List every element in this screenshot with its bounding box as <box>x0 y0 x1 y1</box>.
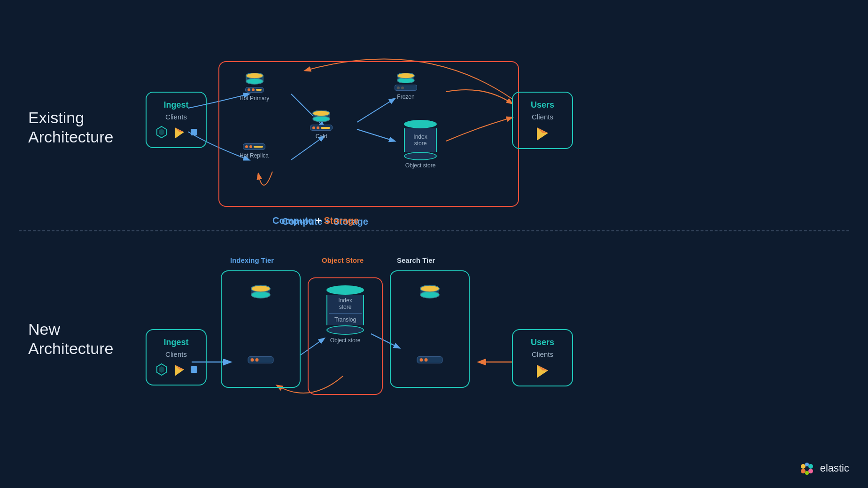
frozen-node: Frozen <box>395 73 417 100</box>
users-kibana-icon <box>535 126 550 141</box>
section-divider <box>19 230 849 231</box>
cold-node: Cold <box>310 110 333 140</box>
hot-primary-node: Hot Primary <box>240 73 269 102</box>
svg-rect-17 <box>191 366 197 373</box>
search-server-rack <box>417 356 443 363</box>
existing-users-icons <box>535 126 550 141</box>
existing-ingest-icons <box>155 126 197 139</box>
svg-point-21 <box>251 285 270 292</box>
new-index-store-cylinder: Indexstore Translog Object store <box>326 285 364 344</box>
kibana-icon <box>173 126 186 139</box>
existing-ingest-box: Ingest Clients <box>146 92 207 148</box>
svg-point-6 <box>246 73 263 79</box>
svg-point-5 <box>246 79 263 84</box>
cold-es-icon <box>312 110 331 124</box>
svg-point-30 <box>808 469 813 473</box>
svg-point-25 <box>420 285 439 292</box>
svg-point-29 <box>801 469 806 473</box>
svg-point-24 <box>420 291 439 298</box>
search-tier-label: Search Tier <box>397 256 435 264</box>
elastic-brand: elastic <box>798 460 849 477</box>
indexing-tier-label: Indexing Tier <box>230 256 274 264</box>
indexing-server-rack <box>248 356 274 363</box>
beats-icon <box>191 129 197 135</box>
compute-storage-styled: Compute + Storage <box>272 215 359 226</box>
logstash-icon <box>155 126 168 139</box>
hot-replica-node: Hot Replica <box>240 143 269 159</box>
svg-marker-16 <box>159 366 164 373</box>
new-beats-icon <box>191 366 197 373</box>
object-store-box: Indexstore Translog Object store <box>308 277 383 395</box>
svg-rect-2 <box>191 129 197 135</box>
svg-point-9 <box>313 116 330 122</box>
existing-index-store: Indexstore Object store <box>404 120 437 169</box>
object-store-tier-label: Object Store <box>322 256 364 264</box>
existing-arch-label: Existing Architecture <box>28 108 113 147</box>
new-ingest-icons <box>155 363 197 376</box>
es-node-icon <box>245 73 264 86</box>
elastic-logo <box>798 460 815 477</box>
new-users-icons <box>535 363 550 378</box>
new-users-box: Users Clients <box>512 329 573 386</box>
indexing-es-node <box>250 285 271 299</box>
svg-point-31 <box>805 463 809 466</box>
svg-point-14 <box>397 73 414 79</box>
new-ingest-box: Ingest Clients <box>146 329 207 386</box>
search-es-node <box>419 285 440 299</box>
new-kibana-icon2 <box>173 363 186 376</box>
new-arch-label: New Architecture <box>28 320 113 358</box>
svg-point-27 <box>801 464 806 469</box>
search-tier-box <box>390 270 470 388</box>
indexing-tier-box <box>221 270 301 388</box>
existing-users-box: Users Clients <box>512 92 573 149</box>
svg-point-28 <box>808 464 813 469</box>
svg-point-32 <box>805 471 809 475</box>
new-users-kibana-icon <box>535 363 550 378</box>
svg-point-20 <box>251 291 270 298</box>
svg-point-10 <box>313 110 330 116</box>
frozen-es-icon <box>396 73 415 83</box>
new-logstash-icon <box>155 363 168 376</box>
svg-marker-1 <box>159 129 164 135</box>
